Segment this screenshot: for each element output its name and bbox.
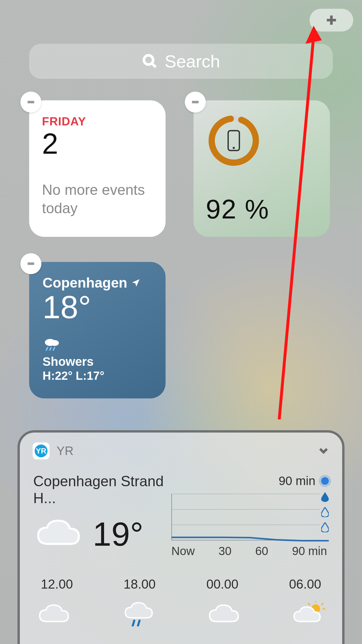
calendar-date: 2 bbox=[42, 127, 153, 160]
svg-point-12 bbox=[51, 340, 59, 346]
cloud-icon bbox=[33, 517, 83, 552]
battery-widget[interactable]: 92 % bbox=[194, 100, 330, 237]
calendar-day-label: FRIDAY bbox=[42, 115, 153, 128]
weather-temp: 18° bbox=[43, 288, 152, 326]
yr-chart-xlabels: Now 30 60 90 min bbox=[171, 545, 329, 558]
search-input[interactable]: Search bbox=[29, 44, 333, 79]
plus-icon bbox=[325, 14, 338, 26]
calendar-widget[interactable]: FRIDAY 2 No more events today bbox=[29, 100, 166, 237]
yr-forecast-hours: 12.00 18.00 00.00 06.00 bbox=[33, 577, 329, 592]
svg-point-2 bbox=[144, 55, 153, 65]
yr-header: YR YR bbox=[20, 433, 342, 465]
location-arrow-icon bbox=[131, 278, 141, 288]
search-icon bbox=[142, 53, 158, 69]
partly-sunny-icon bbox=[291, 601, 326, 628]
minus-icon bbox=[190, 97, 200, 107]
add-widget-button[interactable] bbox=[310, 9, 353, 32]
yr-duration-label: 90 min bbox=[279, 474, 315, 488]
yr-precip-chart: 90 min Now 30 bbox=[171, 473, 329, 558]
yr-hour: 06.00 bbox=[289, 577, 321, 592]
phone-icon bbox=[208, 114, 260, 167]
minus-icon bbox=[26, 97, 36, 107]
yr-now: 19° bbox=[33, 515, 171, 553]
yr-xlabel: Now bbox=[171, 545, 195, 558]
svg-line-17 bbox=[138, 620, 140, 626]
weather-high-low: H:22° L:17° bbox=[43, 369, 152, 382]
battery-percent: 92 % bbox=[206, 194, 318, 225]
yr-app-icon: YR bbox=[33, 442, 50, 459]
remove-battery-button[interactable] bbox=[185, 92, 206, 113]
yr-location: Copenhagen Strand H... bbox=[33, 473, 171, 507]
remove-calendar-button[interactable] bbox=[20, 92, 41, 113]
calendar-events-text: No more events today bbox=[42, 181, 153, 217]
svg-point-9 bbox=[233, 147, 235, 149]
yr-collapse-button[interactable] bbox=[318, 444, 329, 457]
svg-line-16 bbox=[133, 620, 135, 626]
svg-line-14 bbox=[50, 347, 51, 351]
raindrop-icon bbox=[321, 507, 329, 517]
svg-line-3 bbox=[152, 63, 156, 67]
yr-xlabel: 60 bbox=[255, 545, 268, 558]
yr-app-name: YR bbox=[57, 444, 73, 458]
yr-xlabel: 30 bbox=[219, 545, 232, 558]
yr-xlabel: 90 min bbox=[292, 545, 327, 558]
svg-line-13 bbox=[46, 347, 48, 351]
showers-icon bbox=[43, 337, 152, 353]
cloud-icon bbox=[206, 601, 241, 628]
weather-condition: Showers bbox=[43, 355, 152, 369]
yr-logo-text: YR bbox=[35, 444, 48, 457]
svg-line-22 bbox=[308, 603, 310, 605]
battery-ring bbox=[208, 114, 260, 167]
yr-widget[interactable]: YR YR Copenhagen Strand H... 19° 90 min bbox=[17, 430, 345, 644]
cloud-rain-icon bbox=[121, 601, 156, 628]
live-dot-icon bbox=[321, 477, 329, 485]
weather-widget[interactable]: Copenhagen 18° Showers H:22° L:17° bbox=[29, 262, 166, 398]
yr-hour: 12.00 bbox=[41, 577, 73, 592]
raindrop-icon bbox=[321, 522, 329, 532]
svg-line-20 bbox=[321, 603, 324, 605]
yr-hour: 00.00 bbox=[206, 577, 238, 592]
raindrop-icon bbox=[321, 492, 329, 502]
yr-hour: 18.00 bbox=[124, 577, 156, 592]
yr-now-temp: 19° bbox=[93, 515, 143, 553]
yr-forecast-icons bbox=[33, 601, 329, 628]
search-placeholder: Search bbox=[165, 51, 220, 71]
svg-line-15 bbox=[53, 347, 55, 351]
cloud-icon bbox=[36, 601, 71, 628]
minus-icon bbox=[26, 259, 36, 269]
remove-weather-button[interactable] bbox=[20, 253, 41, 274]
chevron-down-icon bbox=[318, 444, 329, 456]
